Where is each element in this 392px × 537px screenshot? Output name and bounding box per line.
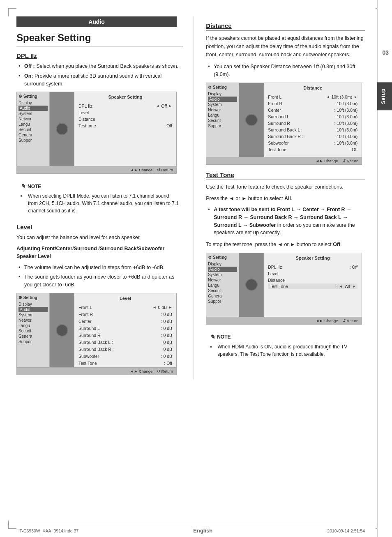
ui2-bottom: ◄► Change ↺ Return: [17, 367, 176, 375]
ui2-row-sbl: Surround Back L : 0 dB: [78, 339, 172, 346]
ui1-thumb-circle: [56, 123, 68, 135]
ui2-row-c: Center : 0 dB: [78, 318, 172, 325]
distance-bullet-1: You can set the Speaker Distance between…: [208, 63, 365, 78]
ui2-menu-language: Langu: [18, 323, 48, 328]
ui2-gear: ⚙ Setting: [18, 295, 48, 300]
page-title: Speaker Setting: [16, 32, 183, 46]
uit-menu-language: Langu: [208, 283, 237, 288]
uit-thumb-circle: [245, 279, 258, 291]
ui1-row-dpl: DPL IIz ◄ Off ►: [78, 103, 172, 109]
uit-row-distance: Distance: [268, 277, 357, 283]
ui2-panel: Level Front L ◄ 0 dB ► Front R : 0 dB: [74, 293, 176, 367]
ui2-menu-audio: Audio: [18, 307, 48, 312]
uid-row-sr: Surround R : 10ft (3.0m): [268, 120, 357, 127]
ui2-menu-network: Networ: [18, 318, 48, 323]
sidebar-number: 03: [382, 49, 389, 56]
ui-screenshot-test: ⚙ Setting Display Audio System Networ La…: [206, 253, 362, 325]
ui1-menu-network: Networ: [18, 116, 48, 122]
sidebar-tab: Setup: [377, 82, 392, 110]
uit-menu-security: Securit: [208, 288, 237, 293]
page-footer: HT-C6930W_XAA_0914.indd 37 English 2010-…: [0, 524, 377, 537]
uit-row-dpl: DPL IIz : Off: [268, 264, 357, 270]
note-bullet-2: When HDMI Audio is ON, audio is produced…: [210, 343, 361, 358]
uit-menu-system: System: [208, 272, 237, 277]
ui1-panel: Speaker Setting DPL IIz ◄ Off ► Level Di…: [74, 92, 176, 166]
uid-row-sbr: Surround Back R : 10ft (3.0m): [268, 133, 357, 140]
uit-panel: Speaker Setting DPL IIz : Off Level Dist…: [264, 253, 362, 317]
level-bullet-2: The sound gets louder as you move closer…: [18, 273, 183, 289]
footer-lang: English: [193, 528, 212, 534]
uid-row-sbl: Surround Back L : 10ft (3.0m): [268, 127, 357, 133]
ui2-menu-display: Display: [18, 302, 48, 307]
footer-right: 2010-09-14 2:51:54: [327, 528, 365, 533]
uit-thumb: [239, 253, 264, 317]
uid-menu-audio: Audio: [208, 97, 237, 102]
level-subsection: Adjusting Front/Center/Surround /Surroun…: [16, 245, 183, 260]
uid-row-sl: Surround L : 10ft (3.0m): [268, 113, 357, 120]
right-sidebar: 03 Setup: [377, 0, 392, 537]
ui1-menu-language: Langu: [18, 122, 48, 127]
ui1-menu-display: Display: [18, 100, 48, 106]
footer-left: HT-C6930W_XAA_0914.indd 37: [16, 528, 78, 533]
ui1-panel-title: Speaker Setting: [78, 94, 172, 99]
ui2-menu-general: Genera: [18, 334, 48, 339]
uit-bottom: ◄► Change ↺ Return: [206, 317, 362, 324]
uit-panel-title: Speaker Setting: [268, 256, 357, 260]
ui2-row-sub: Subwoofer : 0 dB: [78, 353, 172, 360]
ui1-thumb: [50, 92, 74, 166]
uit-row-level: Level: [268, 270, 357, 277]
ui1-menu-system: System: [18, 111, 48, 116]
uid-menu-display: Display: [208, 91, 237, 97]
distance-title: Distance: [206, 22, 365, 31]
test-tone-body3: To stop the test tone, press the ◄ or ► …: [206, 241, 365, 249]
test-tone-body2: Press the ◄ or ► button to select All.: [206, 195, 365, 203]
uid-gear: ⚙ Setting: [208, 85, 237, 90]
level-section-title: Level: [16, 224, 183, 230]
ui2-menu-system: System: [18, 312, 48, 318]
ui2-row-sr: Surround R : 0 dB: [78, 332, 172, 339]
ui2-row-fr: Front R : 0 dB: [78, 311, 172, 318]
ui1-row-level: Level: [78, 109, 172, 116]
test-tone-title: Test Tone: [206, 171, 365, 180]
ui2-level-rows: Front L ◄ 0 dB ► Front R : 0 dB Center :…: [78, 304, 172, 366]
ui-screenshot-1: ⚙ Setting Display Audio System Networ La…: [16, 92, 177, 174]
uid-menu-network: Networ: [208, 107, 237, 113]
ui1-menu-audio: Audio: [18, 106, 48, 111]
ui1-bottom: ◄► Change ↺ Return: [17, 166, 176, 173]
uid-menu-system: System: [208, 102, 237, 107]
uid-row-fl: Front L ◄ 10ft (3.0m) ►: [268, 94, 357, 100]
level-body: You can adjust the balance and level for…: [16, 234, 183, 242]
uid-panel: Distance Front L ◄ 10ft (3.0m) ► Front R…: [264, 83, 362, 157]
uid-row-c: Center : 10ft (3.0m): [268, 107, 357, 113]
note-title-2: ✎ NOTE: [210, 333, 361, 341]
distance-body: If the speakers cannot be placed at equa…: [206, 34, 365, 59]
uit-menu-display: Display: [208, 261, 237, 267]
test-tone-body1: Use the Test Tone feature to check the s…: [206, 183, 365, 191]
ui-screenshot-distance: ⚙ Setting Display Audio System Networ La…: [206, 83, 362, 165]
uit-menu-general: Genera: [208, 293, 237, 299]
uid-row-fr: Front R : 10ft (3.0m): [268, 100, 357, 107]
uit-menu-audio: Audio: [208, 267, 237, 272]
dpl-section-title: DPL IIz: [16, 52, 183, 59]
ui2-sidebar: ⚙ Setting Display Audio System Networ La…: [17, 293, 50, 367]
ui1-sidebar: ⚙ Setting Display Audio System Networ La…: [17, 92, 50, 166]
uid-row-sub: Subwoofer : 10ft (3.0m): [268, 140, 357, 146]
uid-menu-support: Suppor: [208, 123, 237, 129]
dpl-bullet-2: On: Provide a more realistic 3D surround…: [18, 72, 183, 88]
test-tone-bullets: A test tone will be sent to Front L → Ce…: [206, 206, 365, 237]
uid-bottom: ◄► Change ↺ Return: [206, 157, 362, 164]
uid-row-tt: Test Tone : Off: [268, 146, 357, 153]
audio-header: Audio: [16, 16, 177, 27]
uit-sidebar: ⚙ Setting Display Audio System Networ La…: [206, 253, 239, 317]
uit-gear: ⚙ Setting: [208, 255, 237, 260]
note-title-1: ✎ NOTE: [21, 182, 179, 191]
ui-screenshot-2: ⚙ Setting Display Audio System Networ La…: [16, 293, 177, 375]
uit-row-testtone: Test Tone : ◄ All ►: [268, 283, 357, 289]
uit-menu-network: Networ: [208, 277, 237, 283]
ui1-menu-general: Genera: [18, 132, 48, 138]
ui2-panel-title: Level: [78, 296, 172, 301]
ui1-row-distance: Distance: [78, 116, 172, 122]
ui2-row-sl: Surround L : 0 dB: [78, 325, 172, 332]
dpl-bullets: Off : Select when you place the Surround…: [16, 62, 183, 88]
dpl-bullet-1: Off : Select when you place the Surround…: [18, 62, 183, 70]
